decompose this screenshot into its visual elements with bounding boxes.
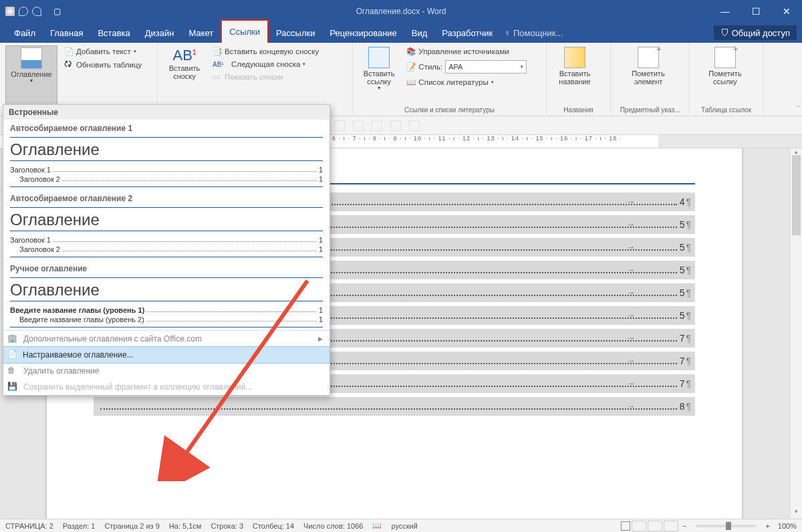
tab-references[interactable]: Ссылки	[221, 19, 269, 43]
add-text-button[interactable]: 📄Добавить текст ▾	[61, 45, 144, 57]
style-icon: 📝	[406, 62, 416, 72]
macro-record-icon[interactable]	[621, 521, 630, 531]
tab-mailings[interactable]: Рассылки	[269, 23, 322, 43]
scroll-thumb[interactable]	[792, 155, 801, 235]
style-label: Стиль:	[418, 63, 442, 71]
group-caption-toa: Таблица ссылок	[695, 106, 757, 115]
qat-icon-5[interactable]	[409, 120, 420, 131]
mark-entry-button[interactable]: + Пометить элемент	[616, 45, 680, 106]
maximize-button[interactable]: ☐	[741, 0, 771, 23]
next-footnote-button[interactable]: AB¹ Следующая сноска ▾	[210, 59, 321, 70]
status-words[interactable]: Число слов: 1066	[303, 522, 363, 530]
manage-sources-button[interactable]: 📚Управление источниками	[404, 45, 541, 57]
zoom-level[interactable]: 100%	[778, 522, 797, 530]
window-title: Оглавление.docx - Word	[356, 7, 446, 16]
status-proofing-icon[interactable]: 📖	[372, 521, 382, 530]
ribbon-display-options-icon[interactable]: ▢	[41, 7, 72, 16]
insert-endnote-button[interactable]: 📑Вставить концевую сноску	[210, 45, 321, 57]
quick-access-toolbar	[0, 7, 41, 16]
status-pages[interactable]: Страница 2 из 9	[104, 522, 159, 530]
title-bar: Оглавление.docx - Word ▢ ― ☐ ✕	[0, 0, 802, 23]
gallery-manual[interactable]: Ручное оглавление Оглавление Введите наз…	[3, 260, 329, 330]
gallery-auto2[interactable]: Автособираемое оглавление 2 Оглавление З…	[3, 190, 329, 260]
mark-citation-button[interactable]: + Пометить ссылку	[695, 45, 755, 106]
minimize-button[interactable]: ―	[710, 0, 741, 23]
insert-footnote-label: Вставить сноску	[169, 64, 200, 80]
insert-footnote-button[interactable]: AB1 Вставить сноску	[163, 45, 206, 106]
redo-icon[interactable]	[32, 7, 41, 16]
gallery-menu: 🏢 Дополнительные оглавления с сайта Offi…	[3, 330, 329, 395]
mark-entry-icon: +	[638, 47, 659, 68]
status-lang[interactable]: русский	[391, 522, 417, 530]
update-label: Обновить таблицу	[76, 61, 142, 69]
share-icon: ⛉	[720, 28, 729, 38]
mark-entry-label: Пометить элемент	[632, 70, 664, 86]
bibliography-button[interactable]: 📖Список литературы ▾	[404, 76, 541, 88]
custom-toc-icon: 📄	[7, 350, 18, 360]
qat-icon-3[interactable]	[372, 120, 382, 131]
tell-me-label: Помощник...	[513, 28, 563, 38]
qat-icon-2[interactable]	[353, 120, 364, 131]
zoom-slider[interactable]	[696, 525, 756, 527]
manage-sources-label: Управление источниками	[418, 47, 509, 55]
collapse-ribbon-icon[interactable]: ˇ	[797, 106, 799, 113]
view-print-layout[interactable]	[632, 521, 646, 531]
zoom-in-button[interactable]: +	[763, 522, 772, 530]
view-web-layout[interactable]	[664, 521, 678, 531]
preview-row: Введите название главы (уровень 1)	[10, 306, 144, 314]
update-table-button[interactable]: 🗘Обновить таблицу	[61, 59, 144, 71]
scroll-down-icon[interactable]: ▾	[791, 508, 802, 519]
preview-row: Заголовок 2	[19, 175, 60, 183]
tab-review[interactable]: Рецензирование	[322, 23, 404, 43]
tab-developer[interactable]: Разработчик	[434, 23, 500, 43]
endnote-label: Вставить концевую сноску	[225, 47, 319, 55]
status-line[interactable]: Строка: 3	[211, 522, 243, 530]
group-caption-captions: Названия	[552, 106, 605, 115]
tab-view[interactable]: Вид	[404, 23, 435, 43]
preview-row: Введите название главы (уровень 2)	[19, 315, 144, 323]
toc-entry-row[interactable]: →8	[94, 397, 695, 416]
tab-file[interactable]: Файл	[7, 23, 43, 43]
tab-insert[interactable]: Вставка	[90, 23, 137, 43]
gallery-auto1-preview: Оглавление Заголовок 11 Заголовок 21	[10, 137, 323, 187]
view-read-mode[interactable]	[648, 521, 662, 531]
qat-icon-4[interactable]	[390, 120, 401, 131]
toc-button-label: Оглавление	[11, 70, 51, 78]
tab-design[interactable]: Дизайн	[138, 23, 182, 43]
menu-custom-toc[interactable]: 📄 Настраиваемое оглавление...	[3, 346, 330, 364]
menu-more-office[interactable]: 🏢 Дополнительные оглавления с сайта Offi…	[3, 331, 329, 347]
tab-home[interactable]: Главная	[43, 23, 90, 43]
qat-icon-1[interactable]	[334, 120, 345, 131]
status-section[interactable]: Раздел: 1	[63, 522, 96, 530]
view-controls: − + 100%	[621, 521, 797, 531]
close-button[interactable]: ✕	[771, 0, 802, 23]
citation-style-select[interactable]: APA▾	[445, 60, 527, 74]
insert-caption-button[interactable]: Вставить название	[552, 45, 597, 106]
caption-icon	[564, 47, 585, 68]
share-button[interactable]: ⛉ Общий доступ	[714, 25, 797, 40]
toc-button[interactable]: Оглавление ▼	[5, 45, 57, 106]
mark-citation-icon: +	[714, 47, 736, 68]
menu-remove-toc[interactable]: 🗑 Удалить оглавление	[3, 363, 329, 379]
gallery-auto1[interactable]: Автособираемое оглавление 1 Оглавление З…	[3, 120, 329, 190]
status-page[interactable]: СТРАНИЦА: 2	[5, 522, 53, 530]
tab-layout[interactable]: Макет	[181, 23, 221, 43]
status-bar: СТРАНИЦА: 2 Раздел: 1 Страница 2 из 9 На…	[0, 519, 802, 532]
vertical-scrollbar[interactable]: ▴ ▾	[790, 148, 802, 519]
save-icon[interactable]	[5, 7, 15, 16]
citation-icon	[368, 47, 390, 68]
undo-icon[interactable]	[19, 7, 28, 16]
tell-me[interactable]: ♀ Помощник...	[504, 28, 563, 38]
preview-row: Заголовок 2	[19, 245, 60, 253]
share-label: Общий доступ	[732, 28, 790, 38]
insert-citation-button[interactable]: Вставить ссылку ▼	[358, 45, 400, 106]
manage-sources-icon: 📚	[406, 47, 416, 56]
status-col[interactable]: Столбец: 14	[253, 522, 294, 530]
status-at[interactable]: На: 5,1см	[169, 522, 202, 530]
add-text-label: Добавить текст	[76, 47, 131, 55]
add-text-icon: 📄	[64, 47, 74, 56]
menu-save-selection: 💾 Сохранить выделенный фрагмент в коллек…	[3, 379, 329, 395]
menu-remove-label: Удалить оглавление	[23, 366, 99, 376]
zoom-out-button[interactable]: −	[680, 522, 689, 530]
mark-citation-label: Пометить ссылку	[708, 70, 741, 86]
